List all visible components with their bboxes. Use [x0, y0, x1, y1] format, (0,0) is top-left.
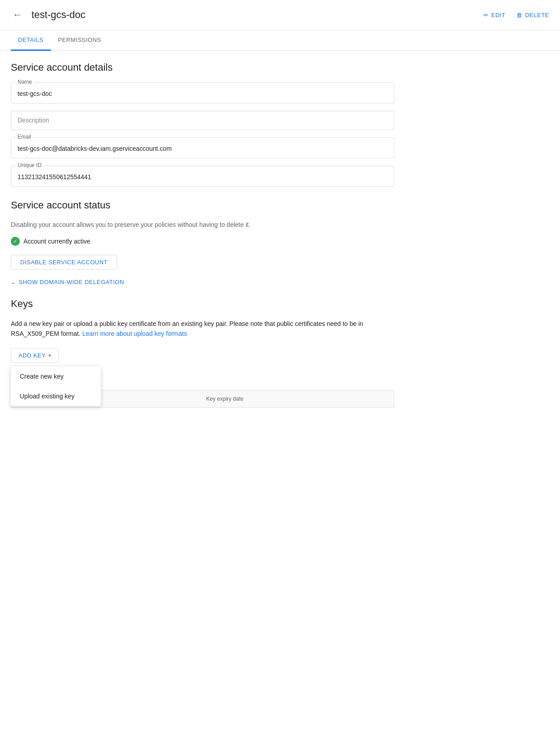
header-actions: ✏ EDIT 🗑 DELETE	[483, 12, 549, 18]
edit-icon: ✏	[483, 12, 489, 18]
show-domain-wide-delegation-link[interactable]: ⌄ SHOW DOMAIN-WIDE DELEGATION	[11, 279, 394, 285]
unique-id-label: Unique ID	[16, 162, 43, 168]
page-header: ← test-gcs-doc ✏ EDIT 🗑 DELETE	[0, 0, 560, 30]
tabs-bar: DETAILS PERMISSIONS	[0, 30, 560, 51]
description-field-box: Description	[11, 111, 394, 130]
description-field-group: Description	[11, 111, 394, 130]
status-description: Disabling your account allows you to pre…	[11, 220, 394, 230]
account-status: ✓ Account currently active	[11, 237, 394, 246]
keys-description: Add a new key pair or upload a public ke…	[11, 319, 394, 339]
back-button[interactable]: ←	[11, 7, 24, 23]
status-active-icon: ✓	[11, 237, 20, 246]
status-text: Account currently active	[23, 238, 90, 245]
tab-details[interactable]: DETAILS	[11, 30, 51, 51]
service-account-details-title: Service account details	[11, 62, 394, 73]
email-field-group: Email test-gcs-doc@databricks-dev.iam.gs…	[11, 137, 394, 158]
unique-id-field-group: Unique ID 113213241550612554441	[11, 166, 394, 187]
create-new-key-item[interactable]: Create new key	[11, 366, 101, 386]
upload-existing-key-item[interactable]: Upload existing key	[11, 386, 101, 406]
name-field-group: Name test-gcs-doc	[11, 82, 394, 104]
unique-id-field-box: Unique ID 113213241550612554441	[11, 166, 394, 187]
email-label: Email	[16, 134, 33, 140]
email-field-box: Email test-gcs-doc@databricks-dev.iam.gs…	[11, 137, 394, 158]
delete-label: DELETE	[525, 12, 549, 18]
page-title: test-gcs-doc	[32, 9, 476, 21]
key-expiry-date-header: Key expiry date	[206, 396, 387, 402]
edit-button[interactable]: ✏ EDIT	[483, 12, 506, 18]
learn-more-link[interactable]: Learn more about upload key formats	[82, 330, 187, 337]
unique-id-value: 113213241550612554441	[18, 171, 388, 182]
add-key-button[interactable]: ADD KEY ▾	[11, 348, 59, 363]
name-value: test-gcs-doc	[18, 87, 388, 99]
service-account-status-section: Service account status Disabling your ac…	[11, 199, 394, 285]
email-value: test-gcs-doc@databricks-dev.iam.gservice…	[18, 142, 388, 154]
main-content: Service account details Name test-gcs-do…	[0, 51, 405, 419]
delegation-label: SHOW DOMAIN-WIDE DELEGATION	[19, 279, 124, 285]
description-placeholder: Description	[18, 116, 388, 125]
tab-permissions[interactable]: PERMISSIONS	[51, 30, 108, 51]
delegation-chevron-icon: ⌄	[11, 279, 16, 285]
add-key-label: ADD KEY	[18, 352, 46, 359]
delete-icon: 🗑	[516, 12, 523, 18]
disable-service-account-button[interactable]: DISABLE SERVICE ACCOUNT	[11, 255, 117, 270]
name-label: Name	[16, 79, 34, 85]
keys-section: Keys Add a new key pair or upload a publ…	[11, 298, 394, 408]
edit-label: EDIT	[491, 12, 506, 18]
name-field-box: Name test-gcs-doc	[11, 82, 394, 104]
keys-section-title: Keys	[11, 298, 394, 310]
dropdown-arrow-icon: ▾	[49, 353, 51, 358]
add-key-dropdown: Create new key Upload existing key	[11, 366, 101, 406]
add-key-container: ADD KEY ▾ Create new key Upload existing…	[11, 348, 59, 363]
service-account-status-title: Service account status	[11, 199, 394, 211]
delete-button[interactable]: 🗑 DELETE	[516, 12, 549, 18]
back-icon: ←	[13, 9, 23, 21]
